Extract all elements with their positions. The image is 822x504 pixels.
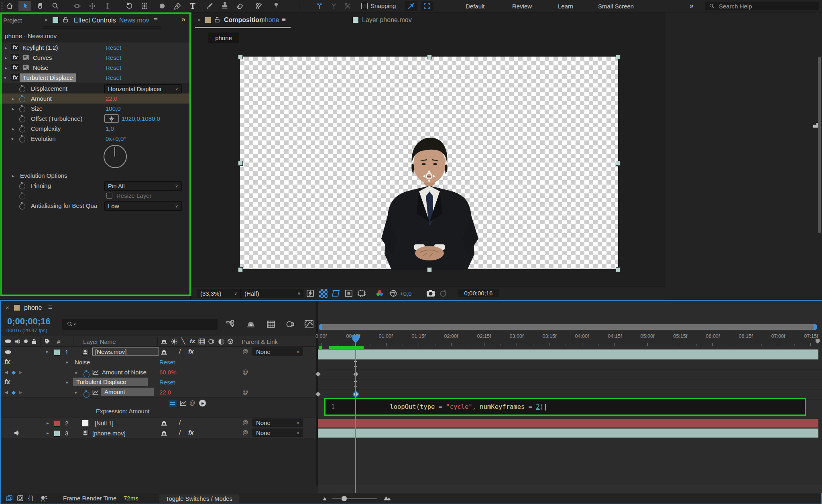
shy-switch-icon[interactable] bbox=[161, 338, 167, 345]
parent-pickwhip-icon[interactable]: @ bbox=[242, 419, 248, 426]
search-dropdown-arrow-icon[interactable]: ▾ bbox=[74, 322, 76, 326]
effect-name[interactable]: Curves bbox=[33, 54, 52, 61]
selection-handle[interactable] bbox=[238, 267, 243, 272]
reset-link[interactable]: Reset bbox=[106, 54, 121, 61]
expand-chevron-icon[interactable]: ▸ bbox=[12, 96, 14, 102]
fx-badge-icon[interactable]: fx bbox=[11, 64, 19, 71]
reset-link[interactable]: Reset bbox=[159, 359, 175, 366]
fx-badge-icon[interactable]: fx bbox=[11, 74, 19, 81]
timeline-tab-label[interactable]: phone bbox=[24, 304, 42, 311]
time-ruler[interactable]: 0:00f 00:15f 01:00f 01:15f 02:00f 02:15f… bbox=[318, 331, 822, 346]
tab-layer-phone[interactable]: Layer phone.mov bbox=[362, 16, 412, 24]
channel-rgb-icon[interactable] bbox=[376, 290, 385, 297]
expression-pickwhip-icon[interactable]: @ bbox=[242, 369, 248, 375]
tab-composition-target[interactable]: phone bbox=[261, 16, 279, 24]
effect-collapse-chevron-icon[interactable]: ▾ bbox=[66, 360, 68, 365]
stopwatch-icon[interactable] bbox=[19, 86, 25, 92]
dolly-camera-tool[interactable] bbox=[101, 1, 114, 11]
layer-color-swatch[interactable] bbox=[54, 420, 60, 427]
zoom-in-mountains-icon[interactable] bbox=[383, 496, 392, 501]
layer-name[interactable]: [phone.mov] bbox=[92, 430, 126, 437]
3d-layer-switch-icon[interactable] bbox=[227, 338, 234, 345]
layer-bar-null[interactable] bbox=[318, 419, 818, 428]
stopwatch-icon[interactable] bbox=[19, 203, 25, 209]
effect-name[interactable]: Noise bbox=[75, 359, 90, 366]
effect-row-keylight[interactable]: ▸ fx Keylight (1.2) Reset bbox=[0, 43, 191, 53]
comp-mini-flowchart-icon[interactable] bbox=[226, 320, 235, 328]
adjustment-layer-switch-icon[interactable] bbox=[218, 339, 224, 345]
previous-keyframe-icon[interactable]: ◀ bbox=[5, 370, 8, 374]
puppet-pin-tool[interactable] bbox=[270, 1, 283, 11]
selection-handle[interactable] bbox=[238, 55, 243, 59]
layer-color-swatch[interactable] bbox=[54, 430, 60, 437]
selection-handle[interactable] bbox=[616, 55, 621, 59]
snapping-checkbox[interactable] bbox=[361, 3, 368, 9]
reset-link[interactable]: Reset bbox=[106, 44, 121, 51]
tab-project-close-icon[interactable]: × bbox=[44, 16, 48, 23]
property-row-amount[interactable]: ◀ ◆ ▶ ▾ Amount 22,0 @ bbox=[1, 387, 316, 398]
frame-blend-switch-icon[interactable] bbox=[198, 338, 205, 345]
parent-pickwhip-icon[interactable]: @ bbox=[242, 429, 248, 436]
stopwatch-icon[interactable] bbox=[19, 136, 25, 142]
work-area-start-handle[interactable] bbox=[319, 324, 322, 330]
solo-column-icon[interactable] bbox=[24, 339, 28, 343]
quality-switch[interactable]: / bbox=[179, 348, 181, 356]
video-column-eye-icon[interactable] bbox=[5, 339, 11, 343]
unlock-icon[interactable] bbox=[63, 16, 68, 23]
workspace-overflow-chevron[interactable]: » bbox=[690, 2, 694, 10]
eraser-tool[interactable] bbox=[234, 1, 246, 11]
work-area-bar[interactable] bbox=[319, 324, 817, 330]
home-tool[interactable] bbox=[3, 1, 16, 11]
next-keyframe-icon[interactable]: ▶ bbox=[19, 370, 22, 374]
number-column-header[interactable]: # bbox=[57, 338, 60, 345]
layer-visibility-eye-icon[interactable] bbox=[5, 350, 11, 354]
snapshot-camera-icon[interactable] bbox=[426, 289, 435, 297]
offset-value[interactable]: 1920,0,1080,0 bbox=[122, 115, 160, 122]
expand-chevron-icon[interactable]: ▸ bbox=[12, 126, 14, 132]
world-axis-mode[interactable] bbox=[328, 1, 340, 11]
hide-shy-layers-icon[interactable] bbox=[246, 320, 255, 328]
expression-code[interactable]: loopOut(type = "cycle", numKeyframes = 2… bbox=[352, 396, 547, 418]
orbit-camera-tool[interactable] bbox=[71, 1, 83, 11]
viewer-menu-icon[interactable]: ≡ bbox=[282, 16, 286, 24]
type-tool[interactable]: T bbox=[186, 1, 199, 11]
layer-row-phone[interactable]: ▸ 3 [phone.mov] / fx @ None ∨ bbox=[1, 428, 316, 438]
effects-switch[interactable]: fx bbox=[187, 348, 195, 355]
playhead-line[interactable] bbox=[355, 335, 356, 486]
comp-marker-bin-icon[interactable] bbox=[815, 338, 820, 344]
effect-collapse-chevron-icon[interactable]: ▾ bbox=[66, 380, 68, 385]
displacement-dropdown[interactable]: Horizontal Displacei ∨ bbox=[104, 84, 182, 93]
camera-tool[interactable] bbox=[138, 1, 151, 11]
expand-chevron-icon[interactable]: ▸ bbox=[5, 45, 7, 51]
layer-row-news[interactable]: ▾ 1 [News.mov] / fx @ None ∨ bbox=[1, 347, 316, 358]
reset-link[interactable]: Reset bbox=[106, 64, 121, 71]
timeline-timecode[interactable]: 0;00;00;16 bbox=[7, 316, 51, 327]
toggle-switches-pane-icon[interactable] bbox=[6, 495, 13, 502]
collapse-chevron-icon[interactable]: ▾ bbox=[75, 390, 77, 395]
zoom-out-mountain-icon[interactable] bbox=[322, 496, 328, 501]
composition-breadcrumb[interactable]: phone bbox=[208, 33, 239, 43]
reset-link[interactable]: Reset bbox=[106, 74, 121, 81]
effect-row-noise[interactable]: fx ▾ Noise Reset bbox=[1, 357, 316, 368]
toggle-transfer-controls-icon[interactable] bbox=[17, 495, 24, 502]
lock-column-icon[interactable] bbox=[31, 338, 37, 345]
effect-row-turbulent-displace[interactable]: ▾ fx Turbulent Displace Reset bbox=[0, 73, 191, 83]
effect-row-curves[interactable]: ▸ fx Curves Reset bbox=[0, 53, 191, 63]
selection-handle[interactable] bbox=[616, 161, 621, 166]
unlock-icon[interactable] bbox=[214, 16, 220, 23]
expression-pickwhip-icon[interactable]: @ bbox=[189, 400, 195, 406]
parent-pickwhip-icon[interactable]: @ bbox=[242, 348, 248, 355]
size-value[interactable]: 100,0 bbox=[106, 105, 121, 112]
property-name[interactable]: Amount of Noise bbox=[102, 369, 146, 376]
stopwatch-icon[interactable] bbox=[19, 106, 25, 112]
hand-tool[interactable] bbox=[34, 1, 47, 11]
local-axis-mode[interactable] bbox=[313, 1, 326, 11]
collapse-chevron-icon[interactable]: ▾ bbox=[4, 75, 6, 81]
magnification-dropdown[interactable]: (33,3%) ∨ bbox=[197, 289, 241, 298]
graph-editor-icon[interactable] bbox=[304, 320, 314, 329]
workspace-default[interactable]: Default bbox=[466, 3, 485, 10]
mask-visibility-icon[interactable] bbox=[332, 289, 340, 298]
property-value[interactable]: 22,0 bbox=[159, 389, 171, 396]
expression-editor[interactable]: 1 loopOut(type = "cycle", numKeyframes =… bbox=[324, 398, 806, 416]
stopwatch-icon[interactable] bbox=[19, 126, 25, 132]
